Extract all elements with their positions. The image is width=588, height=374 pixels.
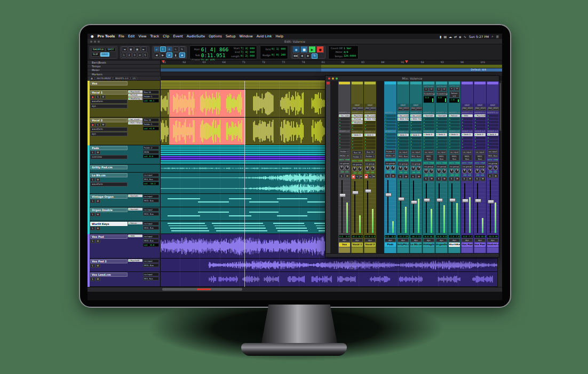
solo-button[interactable]: S [423, 177, 428, 181]
solo-button[interactable]: S [368, 174, 371, 178]
apple-menu-icon[interactable]: ● [91, 34, 94, 38]
insert-slot-empty[interactable] [474, 124, 486, 127]
input-selector[interactable]: no input [488, 150, 498, 153]
insert-slot-empty[interactable] [487, 143, 498, 145]
mute-button[interactable]: M [416, 174, 422, 178]
insert-slot-empty[interactable] [385, 127, 396, 130]
insert-slot-empty[interactable] [339, 139, 350, 142]
insert-slot-empty[interactable] [462, 124, 473, 127]
mute-button[interactable]: M [467, 177, 473, 181]
insert-plugin-button[interactable]: EQ3 7-Band [364, 118, 376, 120]
midi-note[interactable] [273, 223, 304, 224]
insert-slot-empty[interactable] [436, 140, 447, 143]
midi-note[interactable] [214, 228, 266, 229]
fader-cap[interactable] [339, 193, 346, 197]
mute-button[interactable]: M [429, 177, 434, 181]
insert-slot-empty[interactable] [339, 133, 350, 136]
automation-mode-button[interactable]: auto read [487, 159, 498, 161]
insert-slot-empty[interactable] [423, 124, 434, 127]
insert-plugin-button[interactable]: bx_crush [128, 118, 142, 121]
fader-area[interactable] [410, 180, 422, 234]
stop-button[interactable]: ■ [300, 46, 308, 53]
midi-note[interactable] [229, 215, 251, 216]
automation-mode-selector[interactable]: dyn [90, 132, 128, 136]
insert-plugin-button[interactable]: bx_crush [364, 114, 376, 117]
input-selector[interactable]: Folder 1 [339, 150, 349, 153]
solo-button[interactable]: S [90, 239, 95, 243]
midi-note[interactable] [277, 230, 308, 231]
scrubber-tool-icon[interactable]: ∿ [173, 46, 179, 52]
insert-plugin-button[interactable]: Falcon [449, 114, 460, 117]
comments-box[interactable] [487, 247, 498, 253]
pan-knob-right[interactable] [493, 166, 498, 170]
mute-button[interactable]: M [96, 239, 100, 243]
strip-name-plate[interactable]: Lo Bb.cm [410, 243, 422, 247]
menu-item-event[interactable]: Event [173, 34, 182, 38]
solo-button[interactable]: S [339, 174, 344, 178]
input-selector[interactable]: no input [424, 150, 434, 154]
dyn-button[interactable]: dyn [423, 238, 434, 242]
strip-name-plate[interactable]: Vox Pad [462, 243, 473, 247]
track-view-selector[interactable]: waveform [90, 99, 128, 104]
insert-slot-empty[interactable] [339, 124, 350, 127]
record-enable-button[interactable]: ● [352, 175, 355, 179]
insert-slot-empty[interactable] [474, 137, 486, 139]
solo-button[interactable]: S [436, 177, 441, 181]
pan-knob-left[interactable] [462, 169, 467, 174]
insert-slot-empty[interactable] [474, 121, 486, 123]
mute-button[interactable]: M [96, 151, 100, 154]
menu-item-audiosuite[interactable]: AudioSuite [187, 34, 205, 38]
solo-button[interactable]: S [90, 213, 95, 216]
pan-knob-right[interactable] [455, 169, 459, 174]
insert-slot-empty[interactable] [462, 146, 473, 149]
mute-button[interactable]: M [101, 95, 106, 99]
pan-knob-left[interactable] [339, 166, 344, 170]
comments-box[interactable] [436, 247, 447, 253]
insert-slot-empty[interactable] [449, 143, 460, 146]
rewind-button[interactable]: ◀ [299, 53, 305, 59]
mirrored-midi-icon[interactable]: ◈ [179, 52, 185, 58]
control-center-icon[interactable]: ☰ [496, 35, 499, 38]
insertion-follows-icon[interactable]: ▮ [173, 52, 179, 58]
track-name[interactable]: Gritty Pad.cm [90, 165, 128, 169]
insert-slot-empty[interactable] [449, 140, 460, 143]
forward-button[interactable]: ▶ [305, 53, 311, 59]
insert-slot-empty[interactable] [487, 118, 498, 120]
solo-button[interactable]: S [385, 174, 390, 178]
solo-button[interactable]: S [90, 277, 95, 281]
fader-area[interactable] [423, 182, 434, 234]
insert-slot-empty[interactable] [352, 124, 363, 127]
io-selector[interactable]: Folder 1 [143, 122, 159, 126]
strip-name-plate[interactable]: Pads [385, 243, 396, 247]
midi-note[interactable] [276, 228, 307, 229]
pan-knob-left[interactable] [449, 169, 454, 174]
strip-name-plate[interactable]: Vocal 1 [352, 243, 363, 247]
automation-mode-button[interactable]: auto read [410, 159, 422, 161]
strip-name-plate[interactable]: Vox Pad 2 [474, 243, 486, 247]
group-selector[interactable]: no group [462, 165, 473, 168]
insert-plugin-button[interactable]: MiNi [128, 235, 142, 237]
dyn-button[interactable]: dyn [410, 238, 422, 242]
ruler-lane-0[interactable]: 61626364717273748182838491929394101 [161, 60, 502, 65]
insert-plugin-button[interactable]: EQ3 7-Band [128, 121, 142, 124]
insert-slot-empty[interactable] [352, 128, 363, 130]
heat-post-button[interactable]: POST [403, 107, 409, 111]
midi-note[interactable] [216, 230, 267, 231]
rtz-button[interactable]: ◀◀ [292, 53, 298, 59]
session-display[interactable]: Count Off 1 bar Meter 4/4 Tempo 120.0000 [328, 45, 359, 59]
ruler-lane-2[interactable]: Default: 4/4 [161, 68, 502, 72]
menu-item-track[interactable]: Track [150, 34, 160, 38]
mix-window[interactable]: Mix: Valence INSERTS A-Ebx_subsynSENDS A… [325, 75, 499, 258]
track-view-selector[interactable]: waveform [90, 127, 128, 131]
io-selector[interactable]: MIDI, Bus [143, 226, 159, 230]
record-enable-button[interactable]: ● [364, 174, 368, 178]
pan-knob-right[interactable] [442, 169, 447, 174]
strip-name-plate[interactable]: GrtyPd.cm [398, 243, 409, 247]
pan-knob-right[interactable] [429, 169, 434, 174]
insert-slot-empty[interactable] [339, 143, 350, 145]
insert-slot-empty[interactable] [385, 114, 396, 117]
comments-box[interactable] [398, 247, 409, 253]
meter-value[interactable]: 4/4 [343, 50, 356, 54]
track-name[interactable]: Vox Pad [90, 235, 128, 239]
selection-start[interactable]: 7| 2| 000 [240, 46, 255, 50]
